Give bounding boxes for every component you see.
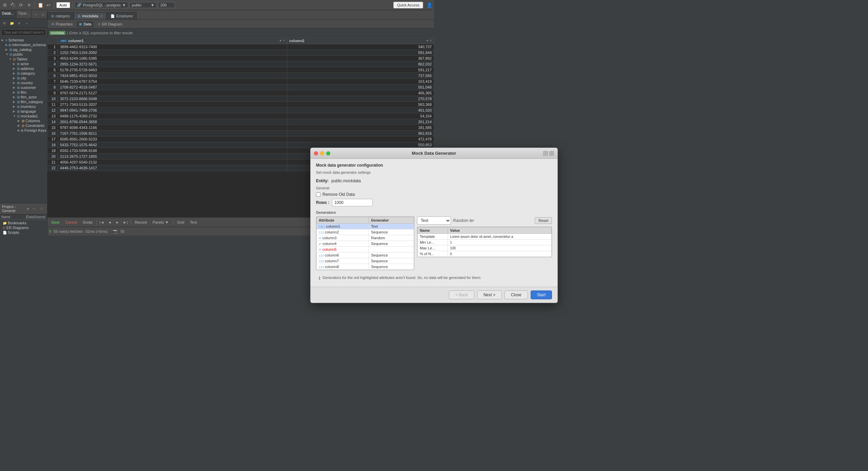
table-row[interactable]: 9 9767-5674-2171-5127 466,365 [48,90,434,96]
tl-fullscreen-btn[interactable] [326,151,330,155]
toggle-customer[interactable]: ▶ [13,86,16,89]
tree-item-city[interactable]: ▶ ⊞ city [0,76,47,80]
sidebar-collapse-icon[interactable]: ≡ [16,20,23,26]
project-close-icon[interactable]: ✕ [26,207,29,211]
toggle-public[interactable]: ▼ [5,53,9,56]
table-row[interactable]: 5 5178-2735-5728-6463 591,217 [48,67,434,73]
toggle-film[interactable]: ▶ [13,91,16,94]
toggle-fk[interactable]: ▶ [18,129,20,132]
table-row[interactable]: 18 5433-7752-1575-4642 550,853 [48,142,434,148]
tree-item-foreign-keys[interactable]: ▶ ⊞ Foreign Keys [0,128,47,133]
tree-toggle-schemas[interactable]: ▶ [1,38,5,42]
tree-item-language[interactable]: ▶ ⊞ language [0,109,47,114]
tree-item-actor[interactable]: ▶ ⊞ actor [0,61,47,66]
tree-item-columns[interactable]: ▶ ⊞ Columns [0,118,47,123]
cancel-button[interactable]: Cancel [63,220,79,225]
gen-row[interactable]: ⟳ column3 Random [317,235,414,236]
gen-row[interactable]: ABC column1 Text [317,224,414,229]
project-min-icon[interactable]: ─ [31,205,37,212]
text-button[interactable]: Text [188,220,199,225]
grid-button[interactable]: Grid [175,220,187,225]
table-row[interactable]: 11 2771-7343-5115-3207 583,368 [48,102,434,108]
gen-type-select[interactable]: Text Sequence Random [417,216,434,225]
sidebar-sync-icon[interactable]: ↔ [23,20,30,26]
sidebar-tab-projects[interactable]: Прое... [16,10,32,18]
sidebar-filter-input[interactable] [1,29,46,36]
toggle-pg-catalog[interactable]: ▶ [5,48,9,51]
project-item-bookmarks[interactable]: 📁 Bookmarks [0,221,47,225]
tree-item-mockada1[interactable]: ▼ ⊟ mockada1 [0,114,47,118]
rows-input[interactable] [332,199,373,206]
toggle-inventory[interactable]: ▶ [13,105,16,108]
auto-commit-btn[interactable]: Auto [56,2,70,8]
toggle-information-schema[interactable]: ▶ [5,43,8,46]
tree-item-address[interactable]: ▶ ⊞ address [0,66,47,71]
toolbar-icon-1[interactable]: ⚙ [1,2,8,8]
sub-tab-properties[interactable]: ⊞ Properties [49,21,75,27]
table-row[interactable]: 2 1152-7453-1154-2092 591,644 [48,50,434,56]
sidebar-refresh-icon[interactable]: ⟳ [1,20,8,26]
nav-prev-icon[interactable]: ◄ [106,219,113,226]
toggle-constraints[interactable]: ▶ [18,124,21,127]
table-row[interactable]: 1 3899-4462-9313-7400 340,737 [48,44,434,50]
toggle-tables[interactable]: ▼ [9,57,12,61]
limit-selector[interactable]: 200 [158,2,175,8]
table-row[interactable]: 3 4553-6249-1085-5385 367,892 [48,56,434,61]
nav-next-icon[interactable]: ► [114,219,121,226]
editor-tab-employee[interactable]: 📄 Employee [107,12,137,19]
sidebar-folder-icon[interactable]: 📁 [8,20,15,26]
toolbar-icon-4[interactable]: ✕ [26,2,33,8]
tree-item-constraints[interactable]: ▶ ⊞ Constraints [0,123,47,128]
col-header-column2[interactable]: column2 ▼ ? [287,38,434,44]
record-button[interactable]: Record [132,220,149,225]
toolbar-icon-3[interactable]: ⟳ [18,2,24,8]
remove-old-data-checkbox[interactable] [316,192,320,197]
toggle-columns[interactable]: ▶ [18,119,21,123]
table-row[interactable]: 6 7424-6851-4512-5010 737,566 [48,73,434,79]
toolbar-icon-6[interactable]: ↩ [45,2,52,8]
tree-item-inventory[interactable]: ▶ ⊞ inventory [0,104,47,109]
tree-item-film[interactable]: ▶ ⊞ film [0,90,47,95]
editor-tab-mockdata[interactable]: ⊞ mockdata ✕ [74,12,106,19]
table-row[interactable]: 15 9787-6098-4343-1166 181,585 [48,125,434,131]
schema-selector[interactable]: public ▼ [130,2,157,8]
toggle-mockada1[interactable]: ▼ [13,114,16,118]
sidebar-tab-databases[interactable]: Datab... [0,10,16,18]
table-row[interactable]: 16 7167-7761-1506-8211 962,816 [48,131,434,136]
project-item-er-diagrams[interactable]: ⊡ ER Diagrams [0,225,47,230]
tree-item-customer[interactable]: ▶ ⊞ customer [0,85,47,90]
sidebar-maximize-icon[interactable]: □ [40,11,46,18]
toggle-country[interactable]: ▶ [13,81,16,84]
tab-close-mockdata[interactable]: ✕ [100,14,103,18]
toggle-category[interactable]: ▶ [13,72,16,75]
quick-access-btn[interactable]: Quick Access [393,2,423,8]
sidebar-minimize-icon[interactable]: ─ [32,11,39,18]
tree-item-information-schema[interactable]: ▶ ⊞ information_schema [0,42,47,47]
tree-item-film-category[interactable]: ▶ ⊞ film_category [0,99,47,104]
tl-minimize-btn[interactable] [320,151,324,155]
tl-close-btn[interactable] [314,151,318,155]
tree-item-pg-catalog[interactable]: ▶ ⊞ pg_catalog [0,47,47,52]
tree-item-tables[interactable]: ▼ ⊟ Tables [0,57,47,61]
toggle-film-category[interactable]: ▶ [13,100,16,103]
tree-item-category[interactable]: ▶ ⊞ category [0,71,47,76]
table-row[interactable]: 8 1708-8272-4518-5487 501,048 [48,84,434,90]
nav-first-icon[interactable]: |◄ [98,219,105,226]
col1-filter-icon[interactable]: ▼ ? [279,39,285,42]
nav-last-icon[interactable]: ►| [122,219,129,226]
sub-tab-er[interactable]: ⊡ ER Diagram [95,21,125,27]
panels-button[interactable]: Panels ▼ [150,220,171,225]
tree-item-country[interactable]: ▶ ⊞ country [0,80,47,85]
table-row[interactable]: 13 9489-1175-4260-2732 54,154 [48,113,434,119]
project-max-icon[interactable]: □ [38,205,45,212]
tree-item-film-actor[interactable]: ▶ ⊞ film_actor [0,95,47,99]
toggle-film-actor[interactable]: ▶ [13,95,16,99]
toggle-language[interactable]: ▶ [13,110,16,113]
gen-row[interactable]: 123 column2 Sequence [317,229,414,235]
save-button[interactable]: Save [49,220,62,225]
user-icon[interactable]: 👤 [426,2,433,8]
toggle-actor[interactable]: ▶ [13,62,16,65]
tree-item-schemas[interactable]: ▶ ≡ Schemas [0,38,47,42]
project-item-scripts[interactable]: 📄 Scripts [0,230,47,235]
editor-tab-category[interactable]: ⊞ category [47,12,74,19]
